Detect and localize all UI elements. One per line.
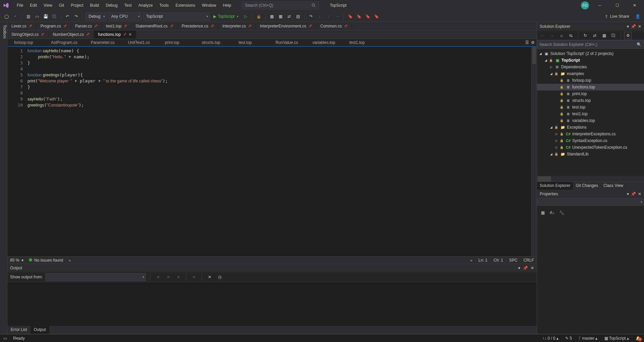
menu-git[interactable]: Git xyxy=(56,1,67,10)
tree-test-top[interactable]: 🔒🗎test.top xyxy=(537,104,644,111)
tab-functions-top[interactable]: functions.top📌✕ xyxy=(94,30,136,39)
tree-dependencies[interactable]: ▷⚙Dependencies xyxy=(537,64,644,70)
prop-dropdown-icon[interactable]: ▾ xyxy=(627,192,629,196)
git-repo-indicator[interactable]: ▦ TopScript ▴ xyxy=(604,336,629,341)
nav-fwd-icon[interactable]: • xyxy=(11,13,19,20)
bookmark-icon[interactable]: 🔖 xyxy=(346,13,354,20)
tab-numberobject-cs[interactable]: NumberObject.cs📌 xyxy=(49,30,94,39)
out-clear-icon[interactable]: ✕ xyxy=(206,273,213,281)
prop-az-icon[interactable]: A↓ xyxy=(548,209,556,216)
se-tab-solution-explorer[interactable]: Solution Explorer xyxy=(537,182,573,190)
tab-statementroot-cs[interactable]: StatementRoot.cs📌 xyxy=(131,22,177,30)
panel-pin-icon[interactable]: 📌 xyxy=(523,266,528,270)
tree-syntaxexception-cs[interactable]: ▷🔒C#SyntaxException.cs xyxy=(537,137,644,144)
git-branch-indicator[interactable]: ᚴ master ▴ xyxy=(579,336,597,341)
platform-dropdown[interactable]: Any CPU xyxy=(108,12,142,20)
tab-parser-cs[interactable]: Parser.cs📌 xyxy=(71,22,102,30)
panel-dropdown-icon[interactable]: ▾ xyxy=(518,266,520,270)
tree-variables-top[interactable]: 🔒🗎variables.top xyxy=(537,117,644,124)
tree-standardlib[interactable]: ◢🔒📁StandardLib xyxy=(537,151,644,157)
menu-help[interactable]: Help xyxy=(220,1,235,10)
prop-cat-icon[interactable]: ▦ xyxy=(539,209,546,216)
play-no-debug-icon[interactable]: ▷ xyxy=(242,13,249,20)
tool-icon-4[interactable]: ▤ xyxy=(294,13,302,20)
menu-analyze[interactable]: Analyze xyxy=(135,1,156,10)
live-share-button[interactable]: ⇪ Live Share xyxy=(605,14,629,19)
admin-icon[interactable]: 👤 xyxy=(634,13,641,20)
tab-lexer-cs[interactable]: Lexer.cs📌 xyxy=(7,22,37,30)
prop-close-icon[interactable]: ✕ xyxy=(638,192,641,196)
se-hscroll[interactable] xyxy=(537,176,644,182)
menu-test[interactable]: Test xyxy=(121,1,135,10)
redo-icon[interactable]: ↷ xyxy=(72,13,80,20)
out-tool-4[interactable]: ≡ xyxy=(190,273,198,281)
tool-icon-1[interactable]: ▦ xyxy=(268,13,275,20)
toolbox-tab[interactable]: Toolbox xyxy=(0,22,7,334)
out-tool-2[interactable]: ≡ xyxy=(164,273,172,281)
tab-interpreterenvironment-cs[interactable]: InterpreterEnvironment.cs📌 xyxy=(256,22,316,30)
char-indicator[interactable]: Ch: 1 xyxy=(493,258,503,263)
se-showall-icon[interactable]: ▦ xyxy=(600,32,608,39)
tool-icon-3[interactable]: ⇄ xyxy=(285,13,293,20)
search-box[interactable]: Search (Ctrl+Q) xyxy=(242,1,319,9)
line-ending[interactable]: CRLF xyxy=(524,258,534,263)
out-tool-3[interactable]: ≡ xyxy=(174,273,182,281)
subtab-astprogram-cs[interactable]: AstProgram.cs xyxy=(44,39,84,46)
new-item-icon[interactable]: ▥ xyxy=(24,13,32,20)
tree-topscript[interactable]: ◢🔒▣TopScript xyxy=(537,57,644,64)
step-over-icon[interactable]: ↷ xyxy=(307,13,315,20)
se-refresh-icon[interactable]: ↻ xyxy=(582,32,589,39)
se-properties-icon[interactable]: ⚙ xyxy=(624,32,632,39)
bookmark-prev-icon[interactable]: 🔖 xyxy=(364,13,371,20)
out-clock-icon[interactable]: ◷ xyxy=(216,273,223,281)
subtab-unittest1-cs[interactable]: UnitTest1.cs xyxy=(121,39,158,46)
editor-scrollbar[interactable] xyxy=(531,47,537,256)
subtab-test1-top[interactable]: test1.top xyxy=(342,39,379,46)
prop-wrench-icon[interactable]: 🔧 xyxy=(558,209,565,216)
tab-common-cs[interactable]: Common.cs📌 xyxy=(316,22,352,30)
user-avatar[interactable]: FO xyxy=(581,1,589,9)
run-button[interactable]: ▶ TopScript ▾ xyxy=(211,12,240,20)
tree-examples[interactable]: ◢🔒📁examples xyxy=(537,70,644,77)
tree-functions-top[interactable]: 🔒🗎functions.top xyxy=(537,84,644,90)
tree-interpreterexceptions-cs[interactable]: ▷🔒C#InterpreterExceptions.cs xyxy=(537,131,644,137)
se-tab-class-view[interactable]: Class View xyxy=(601,182,626,190)
tree-print-top[interactable]: 🔒🗎print.top xyxy=(537,90,644,97)
step-icon[interactable]: → xyxy=(333,13,341,20)
code-area[interactable]: function sayHello(name) { println("Hello… xyxy=(28,47,531,256)
menu-build[interactable]: Build xyxy=(87,1,103,10)
bottom-tab-error-list[interactable]: Error List xyxy=(7,326,31,334)
tab-settings-icon[interactable]: ⚙ xyxy=(531,40,535,45)
se-pin-icon[interactable]: 📌 xyxy=(631,24,636,29)
tab-program-cs[interactable]: Program.cs📌 xyxy=(37,22,71,30)
startup-dropdown[interactable]: TopScript xyxy=(143,12,210,20)
git-changes-indicator[interactable]: ↑↓ 0 / 0 ▴ xyxy=(542,336,558,341)
tool-icon-2[interactable]: ▦ xyxy=(277,13,284,20)
bookmark-next-icon[interactable]: 🔖 xyxy=(355,13,363,20)
minimize-button[interactable]: ─ xyxy=(593,1,606,10)
tab-stringobject-cs[interactable]: StringObject.cs📌 xyxy=(7,30,49,39)
close-button[interactable]: ✕ xyxy=(628,1,641,10)
se-copy-icon[interactable]: ⿻ xyxy=(610,32,617,39)
out-tool-1[interactable]: ≡ xyxy=(154,273,162,281)
subtab-structs-top[interactable]: structs.top xyxy=(195,39,232,46)
hot-reload-icon[interactable]: 🔥 xyxy=(255,13,262,20)
tree-unexpectedtokenexception-cs[interactable]: ▷🔒C#UnexpectedTokenException.cs xyxy=(537,144,644,151)
zoom-level[interactable]: 85 % ▾ xyxy=(10,258,23,263)
subtab-print-top[interactable]: print.top xyxy=(158,39,195,46)
se-collapse-icon[interactable]: ⇄ xyxy=(591,32,598,39)
prop-pin-icon[interactable]: 📌 xyxy=(631,192,636,196)
scroll-right-icon[interactable]: ▸ xyxy=(471,258,473,263)
menu-edit[interactable]: Edit xyxy=(26,1,40,10)
step-out-icon[interactable]: ↑ xyxy=(325,13,332,20)
maximize-button[interactable]: ☐ xyxy=(610,1,624,10)
se-home-icon[interactable]: ⌂ xyxy=(558,32,565,39)
bookmark-clear-icon[interactable]: 🔖 xyxy=(373,13,380,20)
open-icon[interactable]: ▭ xyxy=(33,13,41,20)
save-all-icon[interactable]: ⿻ xyxy=(51,13,58,20)
tab-test1-top[interactable]: test1.top📌 xyxy=(102,22,131,30)
undo-icon[interactable]: ↶ xyxy=(64,13,71,20)
se-back-icon[interactable]: ← xyxy=(539,32,546,39)
menu-project[interactable]: Project xyxy=(67,1,87,10)
menu-tools[interactable]: Tools xyxy=(156,1,172,10)
